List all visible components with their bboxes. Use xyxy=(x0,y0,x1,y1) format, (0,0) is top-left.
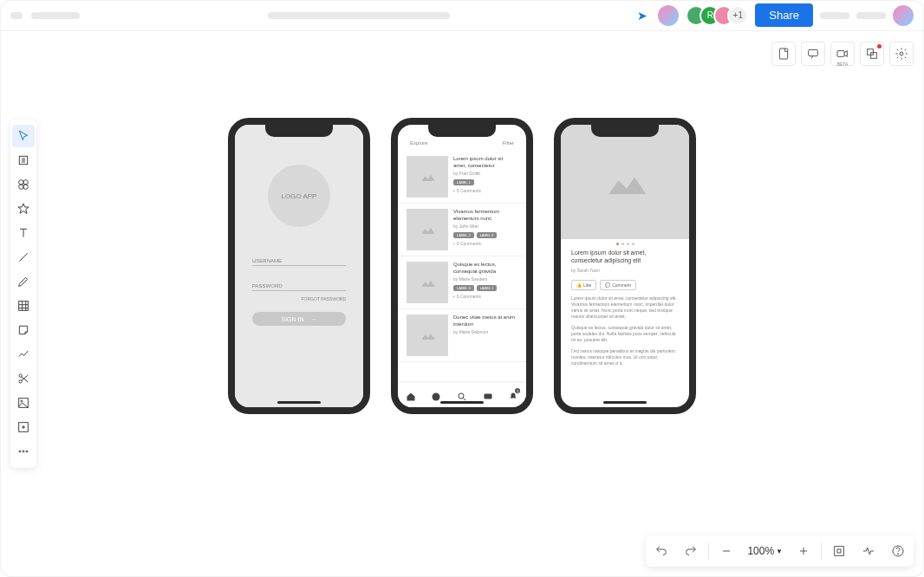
list-item-comments[interactable]: ▪0 Comments xyxy=(453,294,517,299)
thumbnail-placeholder xyxy=(407,262,448,303)
activity-button[interactable] xyxy=(856,539,881,563)
fit-button[interactable] xyxy=(827,539,851,563)
undo-button[interactable] xyxy=(649,539,673,563)
comment-icon: ▪ xyxy=(453,188,455,193)
nav-search-icon[interactable] xyxy=(457,390,467,400)
forgot-password-link[interactable]: FORGOT PASSWORD xyxy=(252,296,346,301)
thumbnail-placeholder xyxy=(407,156,448,198)
topbar: ➤ R +1 Share xyxy=(0,0,924,31)
redo-button[interactable] xyxy=(679,539,703,563)
avatar-overflow-badge[interactable]: +1 xyxy=(727,5,748,26)
label-chip: LABEL 3 xyxy=(477,232,498,238)
topbar-pill[interactable] xyxy=(856,12,886,19)
home-indicator xyxy=(603,401,647,404)
topbar-pill[interactable] xyxy=(820,12,849,19)
label-chip: LABEL 3 xyxy=(453,285,474,291)
mockup-login-screen[interactable]: LOGO APP USERNAME PASSWORD FORGOT PASSWO… xyxy=(228,118,370,414)
svg-marker-36 xyxy=(421,281,434,287)
thumbnail-placeholder xyxy=(407,209,448,250)
zoom-in-button[interactable] xyxy=(791,539,816,563)
mockup-detail-screen[interactable]: Lorem ipsum dolor sit amet, consectetur … xyxy=(554,118,696,414)
list-item[interactable]: Donec vitae metus at enim interdum by Ma… xyxy=(398,309,526,362)
list-item[interactable]: Quisque ex lectus, consequat gravida by … xyxy=(398,256,526,309)
signin-label: SIGN IN xyxy=(281,316,303,322)
zoom-out-button[interactable] xyxy=(714,539,739,563)
svg-point-49 xyxy=(897,554,898,554)
list-item-title: Vivamus fermentum elementum nunc xyxy=(453,209,517,223)
list-item-comments[interactable]: ▪0 Comments xyxy=(453,241,517,246)
bottombar: 100%▼ xyxy=(646,535,914,567)
dot[interactable] xyxy=(621,243,624,245)
nav-explore-icon[interactable] xyxy=(431,390,441,400)
label-chip: LABEL 2 xyxy=(453,232,474,238)
detail-title: Lorem ipsum dolor sit amet, consectetur … xyxy=(571,249,679,264)
nav-bell-icon[interactable]: 1 xyxy=(508,390,518,400)
detail-actions: 👍Like 💬Comment xyxy=(571,280,679,290)
comment-icon: ▪ xyxy=(453,241,455,246)
password-field[interactable]: PASSWORD xyxy=(252,283,346,291)
svg-rect-47 xyxy=(837,549,841,553)
list-item-body: Quisque ex lectus, consequat gravida by … xyxy=(453,262,517,303)
nav-messages-icon[interactable] xyxy=(483,390,493,400)
svg-rect-46 xyxy=(835,547,844,556)
username-field[interactable]: USERNAME xyxy=(252,258,346,266)
dot[interactable] xyxy=(627,243,629,245)
zoom-level[interactable]: 100%▼ xyxy=(744,545,786,557)
topbar-center xyxy=(80,12,637,19)
separator xyxy=(708,542,709,560)
zoom-label: 100% xyxy=(747,545,774,557)
svg-rect-41 xyxy=(484,394,491,399)
avatar-presenter[interactable] xyxy=(658,5,679,26)
nav-home-icon[interactable] xyxy=(406,390,416,400)
label-chip: LABEL 1 xyxy=(477,285,498,291)
comment-label: Comment xyxy=(612,282,631,288)
doc-title-placeholder[interactable] xyxy=(31,12,80,19)
signin-button[interactable]: SIGN IN→ xyxy=(252,312,346,326)
dot-active[interactable] xyxy=(616,243,619,245)
list-item-labels: LABEL 2LABEL 3 xyxy=(453,232,517,238)
label-chip: LABEL 1 xyxy=(453,179,474,185)
breadcrumb-placeholder[interactable] xyxy=(268,12,450,19)
list-item[interactable]: Lorem ipsum dolor sit amet, consectetur … xyxy=(398,151,526,204)
avatar-stack: R +1 xyxy=(686,5,748,26)
help-button[interactable] xyxy=(886,539,910,563)
list-container: Lorem ipsum dolor sit amet, consectetur … xyxy=(398,151,526,388)
topbar-right: ➤ R +1 Share xyxy=(637,3,914,27)
mockup-list-screen[interactable]: Explore Filter Lorem ipsum dolor sit ame… xyxy=(391,118,533,414)
arrow-right-icon: → xyxy=(311,316,317,322)
like-button[interactable]: 👍Like xyxy=(571,280,596,290)
list-content: Explore Filter Lorem ipsum dolor sit ame… xyxy=(398,125,526,407)
list-item-body: Vivamus fermentum elementum nunc by John… xyxy=(453,209,517,250)
filter-button[interactable]: Filter xyxy=(503,140,514,146)
phone-notch xyxy=(428,125,496,137)
share-button[interactable]: Share xyxy=(755,3,813,27)
list-item-author: by Marie Salomon xyxy=(453,329,517,334)
svg-marker-34 xyxy=(421,175,434,181)
canvas[interactable]: LOGO APP USERNAME PASSWORD FORGOT PASSWO… xyxy=(0,31,924,577)
list-item-comments[interactable]: ▪5 Comments xyxy=(453,188,517,193)
list-item-labels: LABEL 3LABEL 1 xyxy=(453,285,517,291)
thumbnail-placeholder xyxy=(407,314,448,356)
list-item[interactable]: Vivamus fermentum elementum nunc by John… xyxy=(398,204,526,256)
comment-icon: 💬 xyxy=(605,282,610,288)
svg-marker-42 xyxy=(608,177,646,194)
list-item-title: Quisque ex lectus, consequat gravida xyxy=(453,262,517,276)
comment-button[interactable]: 💬Comment xyxy=(600,280,636,290)
list-item-title: Donec vitae metus at enim interdum xyxy=(453,314,517,328)
home-indicator xyxy=(277,401,321,404)
dot[interactable] xyxy=(632,243,634,245)
like-label: Like xyxy=(583,282,591,288)
comment-icon: ▪ xyxy=(453,294,455,299)
svg-point-39 xyxy=(459,393,464,399)
list-item-body: Lorem ipsum dolor sit amet, consectetur … xyxy=(453,156,517,198)
thumb-up-icon: 👍 xyxy=(576,282,582,288)
svg-line-40 xyxy=(463,399,465,401)
detail-author: by Sarah Town xyxy=(571,268,679,273)
login-content: LOGO APP USERNAME PASSWORD FORGOT PASSWO… xyxy=(235,125,363,407)
svg-marker-37 xyxy=(421,334,434,340)
explore-tab[interactable]: Explore xyxy=(410,140,427,146)
detail-content: Lorem ipsum dolor sit amet, consectetur … xyxy=(561,125,689,407)
separator xyxy=(821,542,822,560)
avatar-self[interactable] xyxy=(893,5,914,26)
menu-icon[interactable] xyxy=(10,12,23,19)
